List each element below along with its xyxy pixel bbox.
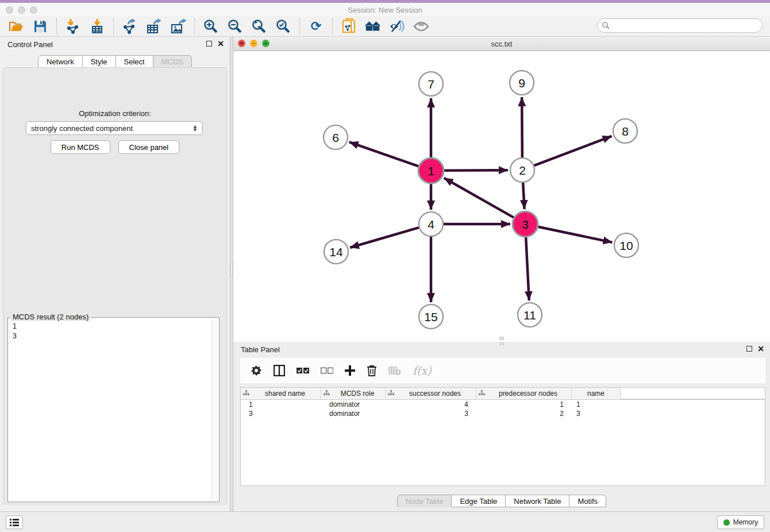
graph-node-1[interactable]: 1 [418,158,444,183]
control-panel-header: Control Panel ✕ [0,37,230,52]
tab-mcds[interactable]: MCDS [153,55,192,68]
task-history-button[interactable] [6,515,23,529]
tab-style[interactable]: Style [83,55,116,68]
close-panel-icon[interactable]: ✕ [217,40,224,48]
table-tabbar: Node TableEdge TableNetwork TableMotifs [233,495,770,507]
float-panel-icon[interactable] [206,41,212,47]
open-session-icon[interactable] [8,18,24,34]
task-list-icon [10,518,19,526]
deselect-all-icon[interactable] [321,367,333,374]
column-header-MCDS-role[interactable]: MCDS role [321,388,386,399]
graph-node-9[interactable]: 9 [510,71,534,95]
zoom-in-icon[interactable] [203,18,219,34]
import-table-icon[interactable] [89,18,105,34]
table-cell[interactable]: 2 [476,409,572,418]
graph-node-7[interactable]: 7 [419,72,443,96]
zoom-selected-icon[interactable] [275,18,291,34]
delete-table-icon [388,366,401,375]
network-graph[interactable]: 7968124314101511 [233,51,770,341]
import-network-icon[interactable] [65,18,81,34]
svg-text:7: 7 [428,78,434,91]
table-settings-icon[interactable] [251,365,262,376]
edge-3-1[interactable] [444,178,514,218]
close-table-panel-icon[interactable]: ✕ [757,345,764,353]
edge-2-3[interactable] [523,183,524,209]
column-header-predecessor-nodes[interactable]: predecessor nodes [476,388,572,399]
hierarchy-icon [479,390,487,398]
graph-node-4[interactable]: 4 [419,212,443,236]
run-mcds-button[interactable]: Run MCDS [51,140,110,154]
network-window-title: scc.txt [233,40,770,48]
graph-node-3[interactable]: 3 [513,211,538,237]
result-scrollbar[interactable] [211,318,218,501]
graph-node-10[interactable]: 10 [614,233,638,257]
hide-style-icon[interactable] [389,18,405,34]
table-cell[interactable]: 3 [572,409,621,418]
tab-node-table[interactable]: Node Table [397,495,452,507]
graph-node-15[interactable]: 15 [419,304,443,329]
graph-node-14[interactable]: 14 [324,240,348,264]
table-cell[interactable]: 1 [476,400,572,409]
edge-2-8[interactable] [534,136,612,165]
table-row[interactable]: 3dominator323 [241,409,765,418]
table-panel: Table Panel ✕ [233,342,770,511]
export-table-icon[interactable] [146,18,162,34]
canvas-resize-handle[interactable] [499,337,504,340]
tab-select[interactable]: Select [116,55,153,68]
edge-4-14[interactable] [350,228,419,248]
column-header-shared-name[interactable]: shared name [241,388,321,399]
add-column-icon[interactable] [345,365,355,376]
select-all-icon[interactable] [297,367,309,374]
splitter-handle[interactable] [230,262,233,277]
zoom-out-icon[interactable] [227,18,243,34]
delete-column-icon[interactable] [367,365,377,376]
table-cell[interactable]: 3 [386,409,476,418]
show-columns-icon[interactable] [274,365,285,376]
table-cell[interactable]: dominator [321,400,386,409]
graph-node-8[interactable]: 8 [613,119,637,143]
table-cell[interactable]: 1 [572,400,621,409]
graph-node-11[interactable]: 11 [518,303,542,327]
apply-layout-icon[interactable]: ⟳ [308,18,324,34]
edge-3-11[interactable] [526,237,529,300]
graph-node-6[interactable]: 6 [324,125,348,149]
search-input[interactable] [597,18,763,33]
svg-text:14: 14 [329,245,343,259]
edge-1-6[interactable] [349,142,419,166]
graph-node-2[interactable]: 2 [510,158,534,182]
new-network-icon[interactable] [341,18,357,34]
memory-button[interactable]: Memory [717,515,764,529]
column-header-name[interactable]: name [572,388,621,399]
export-network-icon[interactable] [122,18,138,34]
tab-edge-table[interactable]: Edge Table [452,495,506,507]
table-cell[interactable]: dominator [321,409,386,418]
mcds-panel: Optimization criterion: strongly connect… [3,67,227,504]
search-field[interactable] [597,18,763,33]
optimization-criterion-value: strongly connected component [31,124,133,133]
network-canvas[interactable]: 7968124314101511 [233,51,770,341]
show-graphics-icon[interactable] [413,18,429,34]
table-cell[interactable]: 4 [386,400,476,409]
tab-network-table[interactable]: Network Table [506,495,569,507]
svg-text:15: 15 [424,310,437,323]
save-session-icon[interactable] [32,18,48,34]
zoom-fit-icon[interactable] [251,18,267,34]
show-all-icon[interactable] [365,18,381,34]
export-image-icon[interactable] [170,18,186,34]
edge-1-2[interactable] [444,170,508,171]
tab-motifs[interactable]: Motifs [569,495,606,507]
function-builder-icon: f(x) [413,364,432,377]
tab-network[interactable]: Network [38,55,83,68]
column-header-successor-nodes[interactable]: successor nodes [386,388,476,399]
table-cell[interactable]: 1 [241,400,321,409]
edge-2-9[interactable] [522,97,522,157]
table-row[interactable]: 1dominator411 [241,400,765,409]
memory-label: Memory [733,518,758,526]
node-table[interactable]: shared nameMCDS rolesuccessor nodesprede… [240,387,765,486]
close-panel-button[interactable]: Close panel [118,140,180,154]
optimization-criterion-select[interactable]: strongly connected component ▲▼ [26,121,203,135]
table-toolbar: f(x) [240,358,765,383]
edge-3-10[interactable] [538,227,613,242]
table-cell[interactable]: 3 [241,409,321,418]
float-table-panel-icon[interactable] [746,346,752,352]
